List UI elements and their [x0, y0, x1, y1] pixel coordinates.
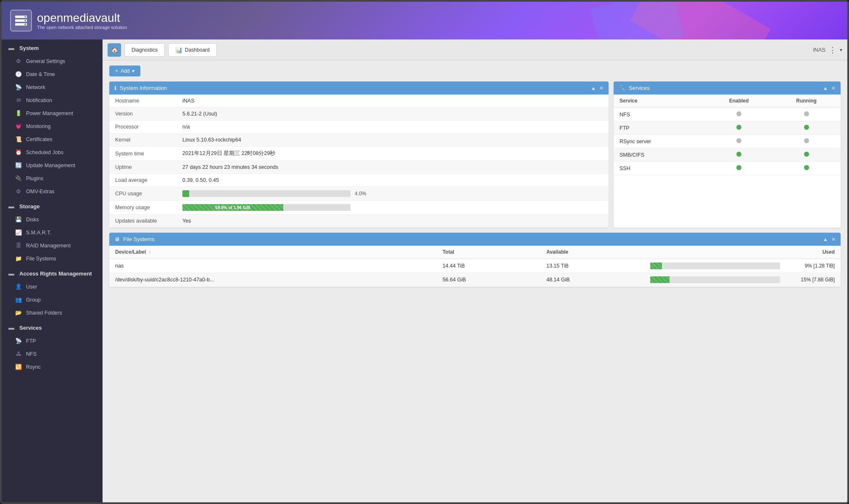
sidebar-label-general-settings: General Settings — [26, 58, 65, 64]
services-close-btn[interactable]: ✕ — [831, 85, 836, 91]
sidebar-item-omv-extras[interactable]: ⚙ OMV-Extras — [2, 185, 103, 198]
sidebar-item-shared-folders[interactable]: 📂 Shared Folders — [2, 306, 103, 319]
menu-dots-button[interactable]: ⋮ — [829, 45, 836, 55]
field-value: 0.39, 0.50, 0.45 — [177, 174, 609, 187]
fs-used-label: 15% [7.88 GiB] — [784, 277, 835, 283]
field-value: 4.0% — [177, 187, 609, 201]
sidebar-section-services[interactable]: ▬ Services — [2, 319, 103, 334]
sidebar-item-notification[interactable]: ✉ Notification — [2, 94, 103, 107]
scheduled-jobs-icon: ⏰ — [15, 149, 22, 155]
sidebar-item-general-settings[interactable]: ⚙ General Settings — [2, 55, 103, 68]
sidebar-item-monitoring[interactable]: 💗 Monitoring — [2, 120, 103, 133]
nfs-icon: 🖧 — [15, 351, 22, 357]
sidebar-label-nfs: NFS — [26, 351, 37, 357]
sidebar-item-disks[interactable]: 💾 Disks — [2, 213, 103, 226]
settings-icon: ⚙ — [15, 58, 22, 64]
sidebar-label-notification: Notification — [26, 97, 52, 103]
col-total[interactable]: Total — [437, 246, 541, 259]
status-dot-running — [804, 165, 809, 170]
fs-total: 14.44 TiB — [437, 259, 541, 273]
fs-used: 15% [7.88 GiB] — [644, 273, 841, 287]
filesystems-header: 🖥 File Systems ▲ ✕ — [109, 233, 841, 246]
rsync-icon: 🔁 — [15, 364, 22, 370]
add-button[interactable]: + Add ▾ — [109, 66, 140, 76]
sidebar-item-scheduled-jobs[interactable]: ⏰ Scheduled Jobs — [2, 146, 103, 159]
status-dot-running — [804, 125, 809, 130]
sidebar-item-power-management[interactable]: 🔋 Power Management — [2, 107, 103, 120]
sidebar-label-plugins: Plugins — [26, 176, 43, 181]
sidebar-item-group[interactable]: 👥 Group — [2, 293, 103, 306]
table-row: NFS — [614, 108, 841, 121]
field-value: 59.9% of 1.94 GiB — [177, 201, 609, 215]
sidebar-label-network: Network — [26, 84, 45, 90]
filesystems-icon: 📁 — [15, 255, 22, 262]
sidebar-item-update-management[interactable]: 🔄 Update Management — [2, 159, 103, 172]
service-running — [772, 148, 841, 162]
sidebar-label-raid-management: RAID Management — [26, 243, 71, 249]
services-table-header-row: Service Enabled Running — [614, 94, 841, 108]
sidebar-item-user[interactable]: 👤 User — [2, 280, 103, 293]
diagnostics-label: Diagnostics — [132, 47, 158, 53]
sidebar-label-shared-folders: Shared Folders — [26, 310, 62, 316]
tab-dashboard[interactable]: 📊 Dashboard — [168, 43, 217, 57]
sidebar-item-certificates[interactable]: 📜 Certificates — [2, 133, 103, 146]
tab-diagnostics[interactable]: Diagnostics — [124, 43, 165, 57]
system-info-collapse-btn[interactable]: ▲ — [591, 85, 596, 91]
table-row: SMB/CIFS — [614, 148, 841, 162]
service-name: FTP — [614, 121, 706, 135]
services-collapse-btn[interactable]: ▲ — [823, 85, 828, 91]
monitoring-icon: 💗 — [15, 123, 22, 129]
service-name: SSH — [614, 162, 706, 175]
sidebar-item-nfs[interactable]: 🖧 NFS — [2, 347, 103, 360]
col-service: Service — [614, 94, 706, 108]
sidebar-label-rsync: Rsync — [26, 364, 41, 370]
sidebar-section-system[interactable]: ▬ System — [2, 39, 103, 55]
service-enabled — [706, 108, 773, 121]
sidebar-item-rsync[interactable]: 🔁 Rsync — [2, 360, 103, 373]
memory-progress-text: 59.9% of 1.94 GiB — [215, 205, 250, 210]
col-used[interactable]: Used — [644, 246, 841, 259]
clock-icon: 🕐 — [15, 71, 22, 77]
cpu-progress-container: 4.0% — [182, 190, 603, 197]
collapse-system-icon: ▬ — [8, 45, 14, 51]
services-body: Service Enabled Running NFS — [614, 94, 841, 175]
filesystems-title: File Systems — [123, 236, 154, 242]
instance-label: iNAS — [813, 47, 825, 53]
col-running: Running — [772, 94, 841, 108]
table-row: Memory usage 59.9% of 1.94 GiB — [109, 201, 609, 215]
add-icon: + — [115, 68, 118, 74]
filesystems-close-btn[interactable]: ✕ — [831, 236, 836, 242]
sidebar-label-update-management: Update Management — [26, 163, 75, 168]
fs-available: 13.15 TiB — [541, 259, 644, 273]
sidebar-item-ftp[interactable]: 📡 FTP — [2, 334, 103, 347]
sidebar-item-file-systems[interactable]: 📁 File Systems — [2, 252, 103, 265]
table-row: Kernel Linux 5.10.63-rockchip64 — [109, 134, 609, 147]
sidebar-item-plugins[interactable]: 🔌 Plugins — [2, 172, 103, 185]
svg-point-5 — [24, 24, 26, 25]
sidebar-label-power-management: Power Management — [26, 110, 73, 116]
dropdown-arrow-button[interactable]: ▾ — [840, 47, 842, 53]
sidebar-item-smart[interactable]: 📈 S.M.A.R.T. — [2, 226, 103, 239]
home-button[interactable]: 🏠 — [108, 43, 121, 57]
status-dot-enabled — [736, 165, 741, 170]
col-available[interactable]: Available — [541, 246, 644, 259]
field-value: 5.6.21-2 (Usul) — [177, 108, 609, 121]
sidebar-item-network[interactable]: 📡 Network — [2, 81, 103, 94]
system-info-close-btn[interactable]: ✕ — [599, 85, 604, 91]
sidebar-item-date-time[interactable]: 🕐 Date & Time — [2, 68, 103, 81]
service-enabled — [706, 162, 773, 175]
service-running — [772, 162, 841, 175]
table-row: nas 14.44 TiB 13.15 TiB 9% [1.2 — [109, 259, 841, 273]
sidebar-item-raid-management[interactable]: 🗄 RAID Management — [2, 239, 103, 252]
sidebar-section-arm[interactable]: ▬ Access Rights Management — [2, 265, 103, 280]
sidebar-label-disks: Disks — [26, 217, 39, 223]
col-device[interactable]: Device/Label ↑ — [109, 246, 437, 259]
sidebar-label-scheduled-jobs: Scheduled Jobs — [26, 150, 63, 155]
toolbar-right: iNAS ⋮ ▾ — [813, 45, 842, 55]
sidebar-section-storage[interactable]: ▬ Storage — [2, 198, 103, 213]
sidebar-label-group: Group — [26, 297, 41, 303]
brand-name: openmediavault — [37, 11, 127, 25]
raid-icon: 🗄 — [15, 242, 22, 249]
filesystems-collapse-btn[interactable]: ▲ — [823, 236, 828, 242]
disks-icon: 💾 — [15, 216, 22, 223]
